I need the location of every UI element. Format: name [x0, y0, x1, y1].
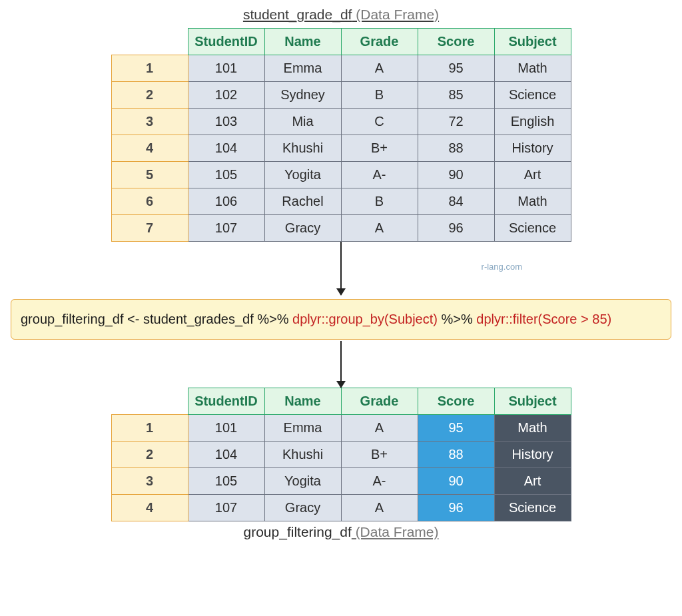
table-row: 6106RachelB84Math: [111, 188, 571, 215]
cell-subject: History: [494, 135, 571, 162]
row-index: 2: [111, 442, 188, 468]
table-row: 4107GracyA96Science: [111, 495, 571, 521]
diagram-container: student_grade_df (Data Frame) StudentIDN…: [0, 7, 682, 540]
cell-studentid: 104: [188, 135, 264, 162]
cell-studentid: 102: [188, 82, 264, 109]
top-title-df-name: student_grade_df: [243, 7, 352, 22]
cell-score: 88: [418, 442, 494, 468]
input-table-body: 1101EmmaA95Math2102SydneyB85Science3103M…: [111, 55, 571, 242]
cell-score: 95: [418, 415, 494, 442]
top-title-annot: (Data Frame): [352, 7, 439, 22]
code-box: group_filtering_df <- student_grades_df …: [11, 299, 671, 340]
cell-grade: A: [341, 495, 418, 521]
table-row: 3103MiaC72English: [111, 109, 571, 135]
cell-grade: A: [341, 215, 418, 242]
cell-grade: B+: [341, 442, 418, 468]
cell-studentid: 107: [188, 215, 264, 242]
input-table-wrap: StudentIDNameGradeScoreSubject 1101EmmaA…: [111, 28, 571, 242]
input-table: StudentIDNameGradeScoreSubject 1101EmmaA…: [111, 28, 571, 242]
cell-score: 88: [418, 135, 494, 162]
cell-grade: B+: [341, 135, 418, 162]
cell-subject: Art: [494, 468, 571, 495]
col-header: Grade: [341, 29, 418, 55]
table-row: 1101EmmaA95Math: [111, 415, 571, 442]
cell-subject: Math: [494, 415, 571, 442]
row-index: 4: [111, 135, 188, 162]
cell-subject: Math: [494, 55, 571, 82]
row-index: 6: [111, 188, 188, 215]
top-title: student_grade_df (Data Frame): [243, 7, 439, 23]
col-header: Subject: [494, 29, 571, 55]
cell-name: Emma: [264, 415, 341, 442]
col-header: Name: [264, 29, 341, 55]
col-header: Name: [264, 388, 341, 415]
cell-name: Sydney: [264, 82, 341, 109]
row-index: 2: [111, 82, 188, 109]
row-index: 1: [111, 55, 188, 82]
bottom-title-df-name: group_filtering_df: [244, 524, 352, 539]
output-table-head: StudentIDNameGradeScoreSubject: [111, 388, 571, 415]
cell-grade: C: [341, 109, 418, 135]
cell-subject: Art: [494, 162, 571, 188]
cell-subject: Science: [494, 215, 571, 242]
cell-grade: B: [341, 188, 418, 215]
cell-subject: English: [494, 109, 571, 135]
col-header: Grade: [341, 388, 418, 415]
cell-score: 95: [418, 55, 494, 82]
cell-grade: B: [341, 82, 418, 109]
cell-score: 96: [418, 495, 494, 521]
cell-name: Gracy: [264, 215, 341, 242]
cell-name: Khushi: [264, 135, 341, 162]
output-table: StudentIDNameGradeScoreSubject 1101EmmaA…: [111, 388, 571, 521]
cell-grade: A-: [341, 468, 418, 495]
table-row: 2102SydneyB85Science: [111, 82, 571, 109]
cell-name: Gracy: [264, 495, 341, 521]
cell-studentid: 101: [188, 415, 264, 442]
cell-studentid: 104: [188, 442, 264, 468]
row-index: 1: [111, 415, 188, 442]
cell-studentid: 101: [188, 55, 264, 82]
cell-score: 96: [418, 215, 494, 242]
cell-score: 85: [418, 82, 494, 109]
cell-subject: Science: [494, 82, 571, 109]
arrow-block-2: [0, 341, 682, 388]
cell-studentid: 105: [188, 162, 264, 188]
row-index: 5: [111, 162, 188, 188]
code-filter: dplyr::filter(Score > 85): [473, 312, 611, 326]
output-table-wrap: StudentIDNameGradeScoreSubject 1101EmmaA…: [111, 388, 571, 521]
table-row: 1101EmmaA95Math: [111, 55, 571, 82]
cell-score: 72: [418, 109, 494, 135]
cell-name: Mia: [264, 109, 341, 135]
cell-name: Yogita: [264, 468, 341, 495]
input-table-head: StudentIDNameGradeScoreSubject: [111, 29, 571, 55]
output-table-body: 1101EmmaA95Math2104KhushiB+88History3105…: [111, 415, 571, 521]
row-index: 3: [111, 468, 188, 495]
cell-score: 90: [418, 468, 494, 495]
row-index: 3: [111, 109, 188, 135]
bottom-title-annot: (Data Frame): [352, 524, 439, 539]
cell-subject: Science: [494, 495, 571, 521]
code-pipe-1: %>%: [257, 312, 288, 326]
cell-studentid: 103: [188, 109, 264, 135]
col-header: Score: [418, 388, 494, 415]
col-header: Subject: [494, 388, 571, 415]
cell-studentid: 105: [188, 468, 264, 495]
table-row: 3105YogitaA-90Art: [111, 468, 571, 495]
cell-studentid: 106: [188, 188, 264, 215]
arrow-down-icon: [340, 242, 342, 295]
corner-cell: [111, 29, 188, 55]
cell-name: Emma: [264, 55, 341, 82]
cell-score: 90: [418, 162, 494, 188]
code-groupby: dplyr::group_by(Subject): [289, 312, 442, 326]
cell-grade: A: [341, 415, 418, 442]
code-pipe-2: %>%: [442, 312, 473, 326]
cell-studentid: 107: [188, 495, 264, 521]
table-row: 7107GracyA96Science: [111, 215, 571, 242]
arrow-block-1: r-lang.com: [0, 242, 682, 295]
cell-name: Rachel: [264, 188, 341, 215]
cell-subject: Math: [494, 188, 571, 215]
cell-grade: A-: [341, 162, 418, 188]
col-header: StudentID: [188, 388, 264, 415]
row-index: 7: [111, 215, 188, 242]
col-header: StudentID: [188, 29, 264, 55]
